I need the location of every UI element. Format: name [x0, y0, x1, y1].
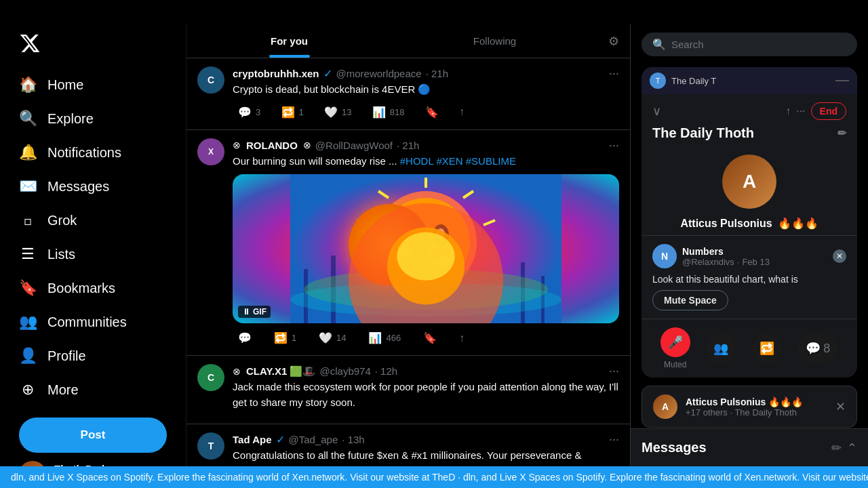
settings-icon[interactable]: ⚙: [597, 34, 630, 49]
share-icon: ↑: [459, 106, 465, 118]
tab-following[interactable]: Following: [392, 24, 597, 58]
mic-button[interactable]: 🎤: [660, 327, 690, 357]
spaces-end-button[interactable]: End: [811, 102, 846, 120]
spaces-controls: 🎤 Muted 👥 🔁 💬 8: [642, 319, 857, 378]
verified-badge: ✓: [276, 433, 285, 446]
grok-icon: ◻: [19, 211, 37, 229]
sidebar-item-label: Messages: [47, 179, 109, 195]
verified-badge: ✓: [323, 67, 332, 80]
tweet-text: Our burning sun will someday rise ... #H…: [233, 154, 619, 169]
sidebar-item-lists[interactable]: ☰ Lists: [8, 237, 178, 271]
more-icon: ⊕: [19, 381, 37, 399]
tweet-1[interactable]: C cryptobruhhh.xen ✓ @moreworldpeace · 2…: [186, 58, 630, 130]
svg-line-13: [484, 220, 495, 225]
compose-message-btn[interactable]: ✏: [831, 441, 842, 455]
svg-rect-4: [541, 276, 545, 323]
progress-bar: [835, 80, 849, 81]
messages-section: Messages ✏ ⌃: [631, 428, 868, 466]
sidebar-item-label: Communities: [47, 314, 127, 330]
spaces-share-btn[interactable]: ↑: [785, 105, 791, 117]
tweet-handle: @moreworldpeace: [336, 68, 422, 79]
views-icon: 📊: [368, 331, 382, 344]
share-action[interactable]: ↑: [454, 329, 470, 347]
tweet-more-btn[interactable]: ···: [609, 138, 619, 152]
account-avatar: T: [19, 461, 46, 466]
share-action[interactable]: ↑: [454, 103, 470, 121]
sidebar-item-messages[interactable]: ✉️ Messages: [8, 169, 178, 203]
retweet-action[interactable]: 🔁 1: [269, 329, 302, 347]
main-feed: For you Following ⚙ C cryptobruhhh.xen ✓…: [186, 24, 631, 466]
sidebar-item-home[interactable]: 🏠 Home: [8, 68, 178, 102]
spaces-retweet-btn[interactable]: 🔁: [752, 333, 782, 363]
tweet-more-btn[interactable]: ···: [609, 364, 619, 378]
fire-emojis: 🔥🔥🔥: [778, 217, 818, 230]
svg-rect-0: [290, 174, 561, 323]
mail-icon: ✉️: [19, 178, 37, 195]
bookmark-action[interactable]: 🔖: [418, 329, 442, 347]
tab-for-you[interactable]: For you: [186, 24, 392, 58]
sidebar-item-more[interactable]: ⊕ More: [8, 373, 178, 407]
spaces-actions: ↑ ··· End: [785, 102, 846, 120]
spaces-tweet-close[interactable]: ✕: [833, 249, 846, 263]
tweet-more-btn[interactable]: ···: [609, 66, 619, 81]
spaces-channel-avatar: T: [650, 73, 666, 89]
tweet-content: ⊗ CLAY.X1 🟩🎩 @clayb974 · 12h ··· Jack ma…: [233, 364, 619, 415]
tweet-time: · 12h: [375, 365, 397, 377]
spaces-tweet-info: Numbers @Relaxndivs · Feb 13: [682, 246, 827, 267]
svg-point-7: [403, 224, 419, 246]
tweet-content: cryptobruhhh.xen ✓ @moreworldpeace · 21h…: [233, 66, 619, 121]
spaces-notification[interactable]: A Atticus Pulsonius 🔥🔥🔥 +17 others · The…: [642, 386, 857, 428]
bookmark-action[interactable]: 🔖: [420, 103, 444, 121]
edit-icon[interactable]: ✏: [837, 127, 846, 140]
people-button[interactable]: 👥: [706, 333, 736, 363]
ticker-bar: dln, and Live X Spaces on Spotify. Explo…: [0, 466, 868, 488]
tweet-time: · 13h: [342, 434, 364, 445]
views-action[interactable]: 📊 818: [367, 103, 410, 121]
notif-close[interactable]: ✕: [835, 399, 846, 414]
notif-subtitle: +17 others · The Daily Thoth: [686, 407, 827, 418]
account-switcher[interactable]: T Thoth Podc @Thoth ···: [8, 453, 178, 466]
people-control: 👥: [706, 333, 736, 363]
views-action[interactable]: 📊 466: [363, 329, 406, 347]
retweet-icon: 🔁: [281, 106, 295, 119]
search-input[interactable]: [671, 39, 846, 50]
tweet-author-name: Tad Ape: [233, 434, 272, 445]
views-count: 818: [390, 107, 405, 117]
svg-point-5: [375, 191, 477, 293]
sidebar-item-profile[interactable]: 👤 Profile: [8, 339, 178, 373]
svg-line-14: [378, 191, 389, 198]
tweet-more-btn[interactable]: ···: [609, 432, 619, 447]
reply-action[interactable]: 💬 3: [233, 103, 266, 121]
tweet-3[interactable]: C ⊗ CLAY.X1 🟩🎩 @clayb974 · 12h ··· Jack …: [186, 356, 630, 424]
spaces-title: The Daily Thoth ✏: [642, 125, 857, 149]
retweet-action[interactable]: 🔁 1: [276, 103, 309, 121]
expand-messages-btn[interactable]: ⌃: [847, 441, 857, 455]
sidebar-item-bookmarks[interactable]: 🔖 Bookmarks: [8, 271, 178, 305]
post-button[interactable]: Post: [19, 418, 167, 453]
gif-badge: ⏸ GIF: [238, 306, 271, 318]
svg-point-17: [290, 283, 561, 317]
reply-action[interactable]: 💬: [233, 329, 257, 347]
comment-button[interactable]: 💬 8: [797, 333, 838, 363]
spaces-minimize-btn[interactable]: ∨: [652, 104, 661, 119]
x-logo[interactable]: [8, 24, 178, 65]
tweet-text: Jack made this ecosystem work for poor p…: [233, 380, 619, 410]
notif-info: Atticus Pulsonius 🔥🔥🔥 +17 others · The D…: [686, 396, 827, 418]
sidebar-item-label: Bookmarks: [47, 281, 115, 296]
sidebar-item-label: Lists: [47, 247, 75, 262]
mute-space-button[interactable]: Mute Space: [652, 290, 728, 310]
home-icon: 🏠: [19, 76, 37, 94]
tweet-content: Tad Ape ✓ @Tad_ape · 13h ··· Congratulat…: [233, 432, 619, 466]
sidebar-item-communities[interactable]: 👥 Communities: [8, 305, 178, 339]
like-action[interactable]: 🤍 14: [313, 329, 351, 347]
reply-count: 3: [256, 107, 260, 117]
tweet-author-name: ROLANDO: [246, 140, 298, 151]
bookmark-icon: 🔖: [423, 331, 437, 344]
like-action[interactable]: 🤍 13: [319, 103, 357, 121]
sidebar-item-explore[interactable]: 🔍 Explore: [8, 102, 178, 136]
spaces-more-btn[interactable]: ···: [796, 105, 805, 117]
sidebar-item-grok[interactable]: ◻ Grok: [8, 203, 178, 237]
tweet-2[interactable]: X ⊗ ROLANDO ⊗ @RollDawgWoof · 21h ··· Ou…: [186, 130, 630, 357]
sidebar-item-notifications[interactable]: 🔔 Notifications: [8, 136, 178, 169]
tweet-4[interactable]: T Tad Ape ✓ @Tad_ape · 13h ··· Congratul…: [186, 424, 630, 466]
